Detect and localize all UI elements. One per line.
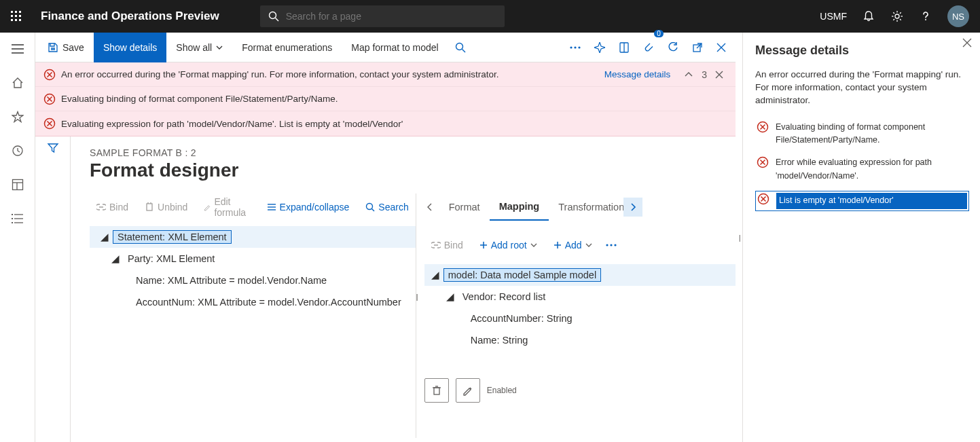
tab-prev-icon[interactable]: [420, 198, 439, 217]
unbind-button[interactable]: Unbind: [138, 196, 194, 218]
more-icon[interactable]: [563, 33, 587, 62]
search-action-icon[interactable]: [448, 33, 473, 62]
add-button[interactable]: Add: [547, 234, 599, 256]
tree-node[interactable]: ◢Vendor: Record list: [445, 286, 736, 308]
star-icon[interactable]: [7, 106, 29, 128]
svg-line-50: [372, 209, 375, 212]
splitter-handle[interactable]: ||: [736, 33, 742, 442]
delete-icon[interactable]: [424, 378, 449, 403]
close-icon[interactable]: [962, 38, 972, 50]
message-details-link[interactable]: Message details: [604, 69, 671, 79]
format-pane: Bind Unbind Edit formula Expand/collapse…: [90, 194, 416, 438]
svg-rect-7: [11, 19, 13, 21]
panel-title: Message details: [755, 43, 969, 58]
chevron-down-icon: [530, 242, 537, 248]
add-root-button[interactable]: Add root: [473, 234, 544, 256]
popout-icon[interactable]: [685, 33, 710, 62]
tree-node[interactable]: ◢Statement: XML Element: [90, 226, 416, 248]
filter-icon[interactable]: [47, 142, 59, 442]
tab-next-icon[interactable]: [623, 198, 642, 217]
tree-node[interactable]: AccountNum: XML Attribute = model.Vendor…: [132, 291, 416, 313]
error-icon: [43, 117, 56, 130]
edit-formula-button[interactable]: Edit formula: [197, 196, 257, 218]
panel-message-item[interactable]: List is empty at 'model/Vendor': [755, 191, 969, 210]
collapse-messages-icon[interactable]: [684, 70, 693, 79]
gear-icon[interactable]: [885, 0, 909, 33]
show-details-button[interactable]: Show details: [94, 33, 166, 62]
tree-node[interactable]: AccountNumber: String: [467, 308, 736, 329]
attachments-icon[interactable]: 0: [636, 33, 661, 62]
search-box[interactable]: [260, 5, 505, 27]
tab-format[interactable]: Format: [439, 194, 490, 221]
app-launcher-icon[interactable]: [5, 0, 27, 33]
message-area: An error occurred during the 'Format map…: [35, 62, 736, 136]
message-text: Evaluating expression for path 'model/Ve…: [61, 119, 403, 129]
dismiss-messages-icon[interactable]: [715, 71, 723, 79]
panel-description: An error occurred during the 'Format map…: [755, 69, 969, 107]
close-icon[interactable]: [710, 33, 733, 62]
designer-main: SAMPLE FORMAT B : 2 Format designer Bind…: [71, 136, 736, 442]
svg-point-49: [367, 204, 373, 210]
svg-line-19: [900, 12, 901, 14]
expand-collapse-button[interactable]: Expand/collapse: [260, 196, 357, 218]
chevron-down-icon: [216, 44, 223, 51]
company-selector[interactable]: USMF: [814, 11, 852, 22]
caret-icon[interactable]: ◢: [430, 270, 441, 280]
workspaces-icon[interactable]: [7, 174, 29, 196]
message-row: An error occurred during the 'Format map…: [35, 62, 736, 87]
svg-rect-4: [11, 15, 13, 17]
edit-icon[interactable]: [456, 378, 480, 403]
panel-message-item[interactable]: Error while evaluating expression for pa…: [755, 155, 969, 184]
svg-rect-8: [15, 19, 17, 21]
svg-line-36: [462, 49, 465, 52]
tree-node[interactable]: Name: String: [467, 329, 736, 351]
search-input[interactable]: [285, 10, 496, 22]
map-format-button[interactable]: Map format to model: [342, 33, 448, 62]
caret-icon[interactable]: ◢: [110, 253, 121, 264]
mapping-tree: ◢model: Data model Sample model ◢Vendor:…: [416, 264, 736, 351]
tree-node[interactable]: ◢Party: XML Element: [110, 248, 416, 270]
show-all-button[interactable]: Show all: [166, 33, 232, 62]
page-options-icon[interactable]: [612, 33, 636, 62]
more-icon[interactable]: [602, 234, 621, 256]
tab-transformations[interactable]: Transformations: [549, 194, 623, 221]
bind-button[interactable]: Bind: [424, 234, 470, 256]
home-icon[interactable]: [7, 72, 29, 94]
tree-node[interactable]: Name: XML Attribute = model.Vendor.Name: [132, 270, 416, 291]
format-tree: ◢Statement: XML Element ◢Party: XML Elem…: [90, 226, 416, 313]
message-details-panel: Message details An error occurred during…: [742, 33, 980, 442]
recent-icon[interactable]: [7, 140, 29, 162]
avatar[interactable]: NS: [947, 5, 969, 27]
svg-point-37: [570, 46, 572, 48]
tree-node[interactable]: ◢model: Data model Sample model: [424, 264, 736, 286]
enabled-label: Enabled: [487, 386, 517, 395]
svg-point-10: [269, 12, 276, 19]
svg-point-21: [925, 19, 926, 20]
svg-rect-2: [15, 11, 17, 13]
hamburger-icon[interactable]: [7, 38, 29, 60]
refresh-icon[interactable]: [661, 33, 685, 62]
save-button[interactable]: Save: [38, 33, 94, 62]
topbar: Finance and Operations Preview USMF NS: [0, 0, 980, 33]
splitter-handle[interactable]: ||: [413, 293, 420, 308]
page-title: Format designer: [90, 160, 736, 181]
format-enumerations-button[interactable]: Format enumerations: [232, 33, 342, 62]
modules-icon[interactable]: [7, 208, 29, 229]
breadcrumb: SAMPLE FORMAT B : 2: [90, 147, 736, 158]
tab-mapping[interactable]: Mapping: [490, 194, 549, 221]
error-icon: [43, 69, 56, 81]
error-icon: [43, 93, 56, 105]
help-icon[interactable]: [913, 0, 938, 33]
personalize-icon[interactable]: [587, 33, 612, 62]
caret-icon[interactable]: ◢: [445, 291, 456, 302]
message-row: Evaluating expression for path 'model/Ve…: [35, 111, 736, 136]
action-pane: Save Show details Show all Format enumer…: [35, 33, 736, 62]
bell-icon[interactable]: [856, 0, 881, 33]
caret-icon[interactable]: ◢: [99, 232, 110, 242]
attachments-count: 0: [654, 30, 664, 37]
panel-message-item[interactable]: Evaluating binding of format component F…: [755, 119, 969, 149]
app-title: Finance and Operations Preview: [41, 10, 219, 23]
search-button[interactable]: Search: [359, 196, 415, 218]
bind-button[interactable]: Bind: [90, 196, 135, 218]
svg-rect-6: [19, 15, 21, 17]
